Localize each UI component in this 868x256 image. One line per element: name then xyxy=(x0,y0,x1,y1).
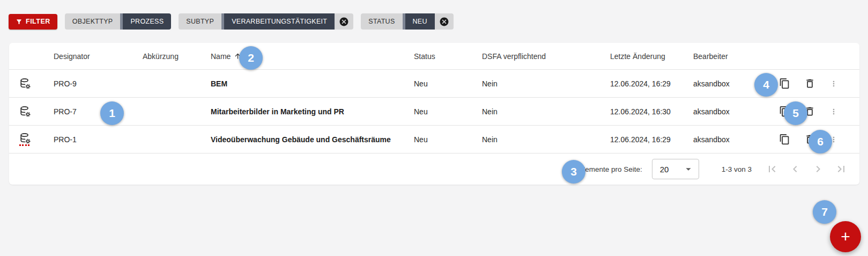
next-page-button[interactable] xyxy=(812,163,825,175)
cell-dsfa: Nein xyxy=(482,135,610,144)
cell-status: Neu xyxy=(414,135,482,144)
cell-name: Videoüberwachung Gebäude und Geschäftsrä… xyxy=(211,135,414,144)
cell-status: Neu xyxy=(414,107,482,116)
table-row[interactable]: PRO-1 Videoüberwachung Gebäude und Gesch… xyxy=(9,126,859,153)
range-label: 1-3 von 3 xyxy=(722,165,752,173)
kebab-menu-icon xyxy=(829,107,838,116)
annotation-badge-1: 1 xyxy=(100,101,124,125)
add-button[interactable]: + xyxy=(830,221,861,252)
funnel-icon xyxy=(16,18,23,25)
filter-chip-subtyp: SUBTYP VERARBEITUNGSTÄTIGKEIT xyxy=(179,13,353,30)
trash-icon xyxy=(804,78,815,89)
items-per-page-select[interactable]: 20 xyxy=(652,159,699,179)
copy-button[interactable] xyxy=(779,134,790,145)
cell-status: Neu xyxy=(414,79,482,88)
cell-letzte-aenderung: 12.06.2024, 16:29 xyxy=(610,79,693,88)
database-gear-warning-icon xyxy=(19,133,31,146)
cell-name: BEM xyxy=(211,79,414,88)
red-dotted-underline xyxy=(19,144,29,146)
process-table-card: Designator Abkürzung Name Status DSFA ve… xyxy=(9,43,859,185)
table-paginator: Elemente pro Seite: 20 1-3 von 3 xyxy=(9,153,859,185)
cell-letzte-aenderung: 12.06.2024, 16:30 xyxy=(610,107,693,116)
last-page-button[interactable] xyxy=(835,163,848,175)
chip-key-subtyp[interactable]: SUBTYP xyxy=(179,13,221,30)
column-header-letzte-aenderung[interactable]: Letzte Änderung xyxy=(610,52,693,61)
cell-dsfa: Nein xyxy=(482,107,610,116)
chip-value-neu: NEU xyxy=(405,13,435,30)
delete-button[interactable] xyxy=(804,78,815,89)
copy-icon xyxy=(779,78,790,89)
cell-letzte-aenderung: 12.06.2024, 16:29 xyxy=(610,135,693,144)
cell-dsfa: Nein xyxy=(482,79,610,88)
column-header-status[interactable]: Status xyxy=(414,52,482,61)
annotation-badge-7: 7 xyxy=(813,200,836,224)
items-per-page-value: 20 xyxy=(660,165,669,174)
plus-icon: + xyxy=(841,229,850,245)
next-page-icon xyxy=(812,163,825,175)
chip-value-prozess: PROZESS xyxy=(123,13,171,30)
annotation-badge-5: 5 xyxy=(784,101,807,125)
row-type-cell xyxy=(9,106,54,118)
column-header-designator[interactable]: Designator xyxy=(54,52,143,61)
close-circle-icon xyxy=(339,17,349,27)
copy-icon xyxy=(779,134,790,145)
cell-designator: PRO-1 xyxy=(54,135,143,144)
cell-designator: PRO-9 xyxy=(54,79,143,88)
kebab-menu-icon xyxy=(829,79,838,88)
table-row[interactable]: PRO-7 Mitarbeiterbilder in Marketing und… xyxy=(9,98,859,126)
filter-chip-objekttyp: OBJEKTTYP PROZESS xyxy=(65,13,171,30)
column-header-bearbeiter[interactable]: Bearbeiter xyxy=(693,52,770,61)
row-menu-button[interactable] xyxy=(829,107,838,116)
paginator-nav xyxy=(766,163,848,175)
cell-bearbeiter: aksandbox xyxy=(693,107,770,116)
row-menu-button[interactable] xyxy=(829,79,838,88)
database-gear-icon xyxy=(19,78,31,90)
filter-bar: FILTER OBJEKTTYP PROZESS SUBTYP VERARBEI… xyxy=(9,13,454,30)
first-page-button[interactable] xyxy=(766,163,778,175)
chip-key-status[interactable]: STATUS xyxy=(361,13,402,30)
chevron-down-icon xyxy=(682,163,694,175)
table-row[interactable]: PRO-9 BEM Neu Nein 12.06.2024, 16:29 aks… xyxy=(9,70,859,98)
cell-designator: PRO-7 xyxy=(54,107,143,116)
annotation-badge-3: 3 xyxy=(562,160,585,184)
chip-key-objekttyp[interactable]: OBJEKTTYP xyxy=(65,13,121,30)
column-header-abkuerzung[interactable]: Abkürzung xyxy=(143,52,211,61)
table-header-row: Designator Abkürzung Name Status DSFA ve… xyxy=(9,43,859,70)
database-gear-icon xyxy=(19,106,31,118)
close-circle-icon xyxy=(439,17,449,27)
column-header-dsfa[interactable]: DSFA verpflichtend xyxy=(482,52,610,61)
row-type-cell xyxy=(9,78,54,90)
annotation-badge-2: 2 xyxy=(239,46,263,70)
items-per-page-label: Elemente pro Seite: xyxy=(578,165,642,173)
chip-remove-subtyp-button[interactable] xyxy=(335,13,353,30)
annotation-badge-4: 4 xyxy=(754,73,778,97)
last-page-icon xyxy=(835,163,848,175)
cell-name: Mitarbeiterbilder in Marketing und PR xyxy=(211,107,414,116)
first-page-icon xyxy=(766,163,778,175)
row-actions xyxy=(770,78,859,89)
filter-chip-status: STATUS NEU xyxy=(361,13,454,30)
cell-bearbeiter: aksandbox xyxy=(693,135,770,144)
chip-value-verarbeitungstaetigkeit: VERARBEITUNGSTÄTIGKEIT xyxy=(224,13,335,30)
filter-button[interactable]: FILTER xyxy=(9,14,57,30)
copy-button[interactable] xyxy=(779,78,790,89)
row-type-cell xyxy=(9,133,54,146)
previous-page-icon xyxy=(789,163,802,175)
previous-page-button[interactable] xyxy=(789,163,802,175)
annotation-badge-6: 6 xyxy=(808,130,832,153)
filter-button-label: FILTER xyxy=(26,18,50,25)
chip-remove-status-button[interactable] xyxy=(435,13,454,30)
